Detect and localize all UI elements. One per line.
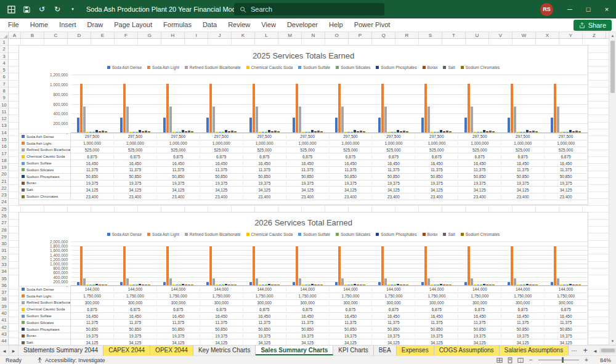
close-button[interactable]: × bbox=[598, 0, 616, 18]
bar-soda-ash-dense bbox=[421, 282, 424, 285]
scroll-down-icon[interactable]: ▼ bbox=[609, 338, 616, 345]
data-table-value: 34,125 bbox=[501, 341, 545, 345]
zoom-slider[interactable] bbox=[538, 360, 579, 360]
zoom-slider-thumb[interactable] bbox=[562, 357, 564, 363]
ribbon-tab-file[interactable]: File bbox=[2, 18, 25, 31]
sheet-tab-cogs-assumptions[interactable]: COGS Assumptions bbox=[434, 346, 500, 355]
hscroll-left-icon[interactable]: ◀ bbox=[591, 349, 599, 353]
ribbon-tab-data[interactable]: Data bbox=[197, 18, 222, 31]
series-name: Sodium Sulfate bbox=[26, 314, 52, 318]
vertical-scrollbar-thumb[interactable] bbox=[610, 41, 615, 93]
scroll-up-icon[interactable]: ▲ bbox=[609, 32, 616, 39]
data-table-value: 34,125 bbox=[157, 341, 200, 345]
data-table-value: 6,875 bbox=[243, 155, 286, 159]
vertical-scrollbar[interactable]: ▲ ▼ bbox=[609, 32, 616, 345]
data-table-value: 19,375 bbox=[415, 334, 458, 338]
share-button[interactable]: Share bbox=[573, 20, 612, 31]
redo-icon[interactable]: ↻ bbox=[52, 4, 62, 14]
page-layout-view-icon[interactable] bbox=[507, 357, 513, 363]
series-name: Refined Sodium Bicarbonate bbox=[26, 148, 71, 152]
accessibility-icon bbox=[37, 357, 43, 363]
sheet-tab-salaries-assumptions[interactable]: Salaries Assumptions bbox=[500, 346, 569, 355]
accessibility-checker[interactable]: Accessibility: Investigate bbox=[37, 357, 105, 363]
data-table-value: 23,400 bbox=[200, 195, 243, 199]
bar-soda-ash-dense bbox=[206, 118, 209, 132]
hscroll-thumb[interactable] bbox=[601, 349, 615, 352]
legend-item-sodium-sulfate: Sodium Sulfate bbox=[298, 232, 330, 237]
bar-sodium-silicates bbox=[179, 285, 181, 285]
quick-access-toolbar: ↺ ↻ ▾ bbox=[0, 4, 84, 14]
sheet-tab-kpi-charts[interactable]: KPI Charts bbox=[333, 346, 373, 355]
chart-2026-services-total-earned[interactable]: 2026 Services Total EarnedSoda Ash Dense… bbox=[18, 212, 588, 345]
data-table-value: 144,000 bbox=[458, 287, 501, 291]
user-avatar[interactable]: RS bbox=[540, 3, 553, 16]
chart-2025-services-totals-earned[interactable]: 2025 Services Totals EarnedSoda Ash Dens… bbox=[18, 45, 588, 205]
bar-chemical-caustic-soda bbox=[129, 285, 132, 285]
save-icon[interactable] bbox=[22, 4, 31, 14]
bar-borax bbox=[529, 285, 532, 285]
data-table-value: 1,000,000 bbox=[243, 141, 286, 145]
ribbon-tab-formulas[interactable]: Formulas bbox=[158, 18, 197, 31]
sheet-tab-statements-summary-2044[interactable]: Statements Summary 2044 bbox=[18, 346, 103, 355]
zoom-out-button[interactable]: − bbox=[528, 357, 534, 363]
data-table-value: 19,375 bbox=[157, 334, 200, 338]
search-box[interactable]: Search bbox=[234, 3, 384, 15]
data-table-value: 19,375 bbox=[114, 334, 157, 338]
minimize-button[interactable]: ─ bbox=[561, 0, 579, 18]
data-table-value: 50,850 bbox=[114, 327, 157, 331]
series-name: Sodium Silicates bbox=[26, 321, 54, 325]
data-table-value: 16,450 bbox=[458, 314, 501, 318]
sheet-nav-right-icon[interactable]: ▶ bbox=[9, 346, 18, 355]
sheet-tab-key-metrics-charts[interactable]: Key Metrics Charts bbox=[193, 346, 256, 355]
new-sheet-button[interactable]: + bbox=[580, 346, 591, 355]
bar-cluster bbox=[71, 241, 114, 285]
bar-sodium-sulfate bbox=[262, 132, 264, 132]
horizontal-scrollbar[interactable]: ◀ ▶ bbox=[591, 346, 616, 355]
data-table-value: 50,850 bbox=[200, 174, 243, 179]
ribbon-tab-home[interactable]: Home bbox=[25, 18, 54, 31]
hscroll-track[interactable] bbox=[599, 348, 616, 354]
data-table-value: 11,375 bbox=[200, 168, 243, 172]
undo-icon[interactable]: ↺ bbox=[37, 4, 47, 14]
bar-borax bbox=[142, 285, 144, 285]
bar-sodium-silicates bbox=[265, 132, 267, 132]
data-table-value: 16,450 bbox=[415, 161, 458, 166]
sheet-tab-expenses[interactable]: Expenses bbox=[397, 346, 434, 355]
normal-view-icon[interactable] bbox=[496, 357, 503, 363]
bar-soda-ash-dense bbox=[508, 282, 510, 285]
ribbon-tab-page-layout[interactable]: Page Layout bbox=[108, 18, 158, 31]
zoom-in-button[interactable]: + bbox=[583, 357, 590, 363]
sheet-nav-left-icon[interactable]: ◀ bbox=[0, 346, 9, 355]
bar-soda-ash-light bbox=[468, 84, 470, 132]
data-table-value: 6,875 bbox=[501, 155, 545, 159]
status-mode: Ready bbox=[0, 357, 37, 363]
sheet-tab-sales-summary-charts[interactable]: Sales Summary Charts bbox=[256, 346, 333, 355]
data-table-value: 23,400 bbox=[501, 195, 545, 199]
ribbon-tab-review[interactable]: Review bbox=[222, 18, 256, 31]
data-table-value: 19,375 bbox=[286, 181, 330, 185]
restore-button[interactable]: □ bbox=[579, 0, 598, 18]
bar-borax bbox=[400, 131, 402, 132]
quick-access-chevron-icon[interactable]: ▾ bbox=[68, 4, 78, 14]
sheet-tab-capex-2044[interactable]: CAPEX 2044 bbox=[103, 346, 150, 355]
series-key-swatch bbox=[22, 195, 25, 198]
ribbon-tab-insert[interactable]: Insert bbox=[54, 18, 82, 31]
bar-borax bbox=[314, 285, 317, 285]
ribbon-tab-view[interactable]: View bbox=[256, 18, 282, 31]
data-table-value: 6,875 bbox=[114, 155, 157, 159]
bar-soda-ash-dense bbox=[206, 282, 209, 285]
ribbon-tab-help[interactable]: Help bbox=[323, 18, 349, 31]
sheet-tab-opex-2044[interactable]: OPEX 2044 bbox=[150, 346, 193, 355]
sheet-tab-bea[interactable]: BEA bbox=[374, 346, 397, 355]
excel-app-icon[interactable] bbox=[6, 4, 16, 14]
bar-soda-ash-light bbox=[381, 84, 384, 132]
ribbon-tab-developer[interactable]: Developer bbox=[282, 18, 323, 31]
page-break-view-icon[interactable] bbox=[517, 357, 524, 363]
y-tick-label: 2,000,000 bbox=[50, 240, 68, 244]
ribbon-tab-power-pivot[interactable]: Power Pivot bbox=[349, 18, 396, 31]
bar-borax bbox=[357, 285, 359, 285]
legend-label: Soda Ash Light bbox=[152, 232, 179, 237]
more-sheets-icon[interactable]: ⋯ bbox=[569, 346, 580, 355]
chart-title: 2026 Services Total Earned bbox=[19, 218, 588, 228]
ribbon-tab-draw[interactable]: Draw bbox=[82, 18, 109, 31]
